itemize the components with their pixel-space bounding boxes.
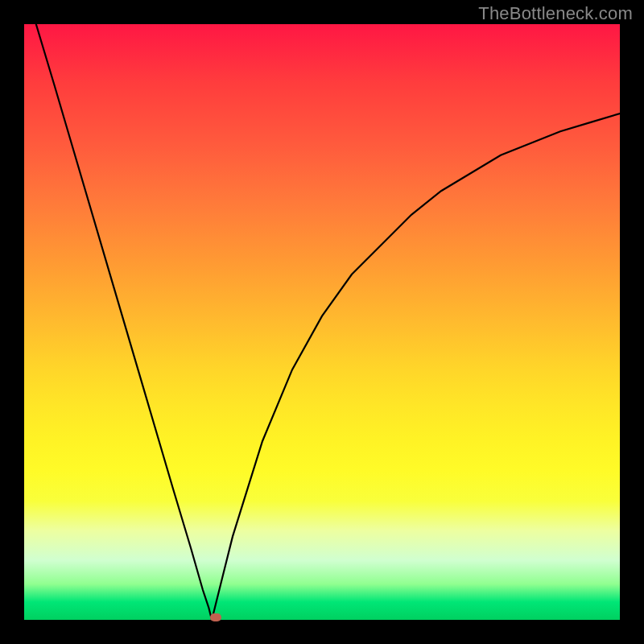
watermark-text: TheBottleneck.com	[478, 3, 633, 24]
plot-area	[24, 24, 620, 620]
curve-svg	[24, 24, 620, 620]
bottleneck-curve	[36, 24, 620, 620]
optimal-marker	[210, 613, 221, 621]
chart-frame: TheBottleneck.com	[0, 0, 644, 644]
